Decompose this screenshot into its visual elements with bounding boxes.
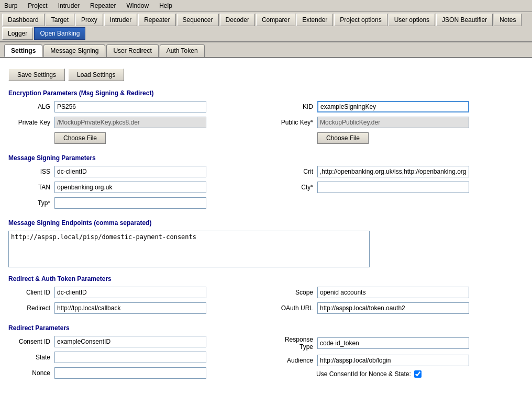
- toolbar-json-beautifier[interactable]: JSON Beautifier: [436, 14, 493, 26]
- redirect-params-section-title: Redirect Parameters: [8, 324, 524, 332]
- encryption-params: ALG Private Key Choose File KID Public K…: [8, 101, 524, 148]
- kid-label: KID: [271, 103, 313, 110]
- response-type-input[interactable]: [317, 337, 469, 349]
- private-key-row: Private Key: [8, 117, 261, 128]
- toolbar: Dashboard Target Proxy Intruder Repeater…: [0, 12, 532, 42]
- audience-label: Audience: [271, 357, 313, 364]
- toolbar-notes[interactable]: Notes: [494, 14, 522, 26]
- choose-file-1-button[interactable]: Choose File: [54, 132, 106, 144]
- choose-file-1-row: Choose File: [8, 132, 261, 144]
- tan-input[interactable]: [54, 182, 206, 193]
- kid-input[interactable]: [317, 101, 469, 112]
- menubar: Burp Project Intruder Repeater Window He…: [0, 0, 532, 12]
- cty-row: Cty*: [271, 182, 524, 193]
- toolbar-repeater[interactable]: Repeater: [138, 14, 175, 26]
- encryption-left: ALG Private Key Choose File: [8, 101, 261, 148]
- toolbar-sequencer[interactable]: Sequencer: [177, 14, 219, 26]
- msg-signing-section-title: Message Signing Parameters: [8, 154, 524, 162]
- toolbar-user-options[interactable]: User options: [389, 14, 435, 26]
- menu-burp[interactable]: Burp: [2, 1, 19, 10]
- redirect-right: Scope OAuth URL: [271, 287, 524, 318]
- toolbar-comparer[interactable]: Comparer: [256, 14, 295, 26]
- public-key-file-display: [317, 117, 469, 128]
- toolbar-extender[interactable]: Extender: [296, 14, 333, 26]
- nonce-input[interactable]: [54, 367, 206, 379]
- redirect-section-title: Redirect & Auth Token Parameters: [8, 275, 524, 283]
- scope-input[interactable]: [317, 287, 469, 298]
- state-input[interactable]: [54, 352, 206, 363]
- crit-input[interactable]: [317, 166, 469, 177]
- toolbar-proxy[interactable]: Proxy: [75, 14, 103, 26]
- main-content: Save Settings Load Settings Encryption P…: [0, 58, 532, 418]
- oauth-url-row: OAuth URL: [271, 302, 524, 314]
- client-id-input[interactable]: [54, 287, 206, 298]
- toolbar-intruder[interactable]: Intruder: [104, 14, 137, 26]
- endpoints-textarea[interactable]: [8, 231, 370, 267]
- msg-signing-params: ISS TAN Typ* Crit Cty*: [8, 166, 524, 213]
- toolbar-dashboard[interactable]: Dashboard: [2, 14, 45, 26]
- toolbar-project-options[interactable]: Project options: [334, 14, 387, 26]
- tan-row: TAN: [8, 182, 261, 193]
- kid-row: KID: [271, 101, 524, 112]
- state-row: State: [8, 352, 261, 363]
- choose-file-2-button[interactable]: Choose File: [317, 132, 369, 144]
- typ-row: Typ*: [8, 197, 261, 209]
- use-consent-row: Use ConsentId for Nonce & State:: [271, 370, 524, 378]
- toolbar-decoder[interactable]: Decoder: [220, 14, 255, 26]
- menu-project[interactable]: Project: [26, 1, 49, 10]
- menu-help[interactable]: Help: [157, 1, 174, 10]
- crit-row: Crit: [271, 166, 524, 177]
- alg-row: ALG: [8, 101, 261, 112]
- alg-input[interactable]: [54, 101, 206, 112]
- redirect-params-fields: Consent ID State Nonce Response Type Aud…: [8, 336, 524, 383]
- load-settings-button[interactable]: Load Settings: [68, 69, 124, 81]
- audience-input[interactable]: [317, 355, 469, 366]
- tab-user-redirect[interactable]: User Redirect: [106, 44, 158, 57]
- msg-signing-right: Crit Cty*: [271, 166, 524, 213]
- tab-auth-token[interactable]: Auth Token: [160, 44, 205, 57]
- tan-label: TAN: [8, 184, 50, 191]
- redirect-input[interactable]: [54, 302, 206, 314]
- iss-label: ISS: [8, 168, 50, 175]
- menu-window[interactable]: Window: [124, 1, 151, 10]
- private-key-label: Private Key: [8, 119, 50, 126]
- oauth-url-label: OAuth URL: [271, 304, 313, 312]
- top-actions: Save Settings Load Settings: [8, 69, 524, 81]
- audience-row: Audience: [271, 355, 524, 366]
- oauth-url-input[interactable]: [317, 302, 469, 314]
- toolbar-logger[interactable]: Logger: [2, 27, 33, 40]
- use-consent-checkbox[interactable]: [414, 370, 422, 378]
- tabstrip: Settings Message Signing User Redirect A…: [0, 42, 532, 58]
- endpoints-row: [8, 231, 524, 269]
- client-id-row: Client ID: [8, 287, 261, 298]
- toolbar-target[interactable]: Target: [46, 14, 74, 26]
- tab-settings[interactable]: Settings: [4, 44, 42, 57]
- menu-repeater[interactable]: Repeater: [88, 1, 118, 10]
- public-key-row: Public Key*: [271, 117, 524, 128]
- client-id-label: Client ID: [8, 289, 50, 296]
- tab-message-signing[interactable]: Message Signing: [43, 44, 105, 57]
- cty-label: Cty*: [271, 184, 313, 191]
- iss-row: ISS: [8, 166, 261, 177]
- iss-input[interactable]: [54, 166, 206, 177]
- nonce-row: Nonce: [8, 367, 261, 379]
- state-label: State: [8, 354, 50, 361]
- typ-input[interactable]: [54, 197, 206, 209]
- redirect-params-right: Response Type Audience Use ConsentId for…: [271, 336, 524, 383]
- typ-label: Typ*: [8, 199, 50, 207]
- response-type-label: Response Type: [271, 336, 313, 351]
- consent-id-row: Consent ID: [8, 336, 261, 347]
- menu-intruder[interactable]: Intruder: [56, 1, 82, 10]
- msg-signing-left: ISS TAN Typ*: [8, 166, 261, 213]
- consent-id-input[interactable]: [54, 336, 206, 347]
- cty-input[interactable]: [317, 182, 469, 193]
- alg-label: ALG: [8, 103, 50, 110]
- toolbar-open-banking[interactable]: Open Banking: [34, 27, 85, 40]
- save-settings-button[interactable]: Save Settings: [8, 69, 65, 81]
- redirect-left: Client ID Redirect: [8, 287, 261, 318]
- use-consent-label: Use ConsentId for Nonce & State:: [316, 370, 411, 378]
- redirect-params-left: Consent ID State Nonce: [8, 336, 261, 383]
- scope-row: Scope: [271, 287, 524, 298]
- endpoints-section-title: Message Signing Endpoints (comma separat…: [8, 219, 524, 227]
- encryption-right: KID Public Key* Choose File: [271, 101, 524, 148]
